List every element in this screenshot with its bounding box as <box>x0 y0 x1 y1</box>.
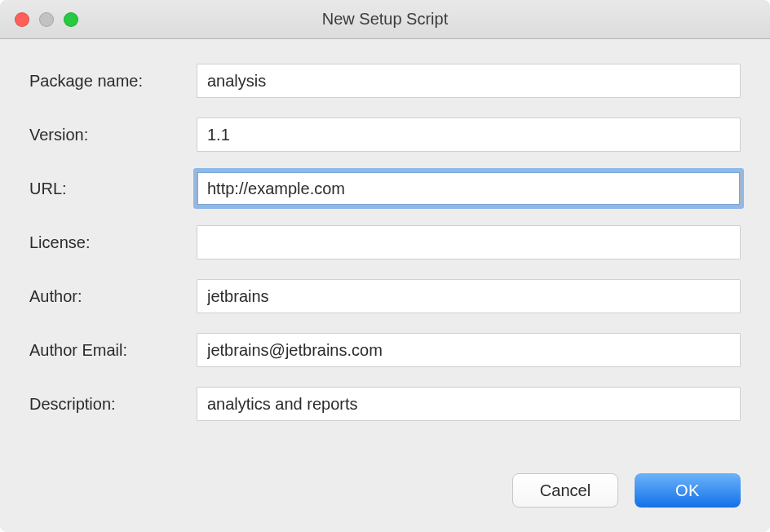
author-email-input[interactable] <box>197 333 741 367</box>
author-label: Author: <box>29 287 197 306</box>
package-name-label: Package name: <box>29 72 197 91</box>
version-input[interactable] <box>197 117 741 152</box>
ok-button[interactable]: OK <box>635 473 741 508</box>
author-input[interactable] <box>197 279 741 313</box>
description-label: Description: <box>29 395 197 414</box>
cancel-button[interactable]: Cancel <box>512 473 618 508</box>
license-label: License: <box>29 233 197 252</box>
titlebar[interactable]: New Setup Script <box>0 0 770 39</box>
traffic-lights <box>15 12 78 27</box>
version-label: Version: <box>29 126 197 144</box>
description-input[interactable] <box>197 387 741 421</box>
minimize-icon[interactable] <box>39 12 54 27</box>
form-grid: Package name: Version: URL: License: Aut… <box>29 64 741 421</box>
author-email-label: Author Email: <box>29 341 197 360</box>
license-input[interactable] <box>197 225 741 259</box>
dialog-window: New Setup Script Package name: Version: … <box>0 0 770 532</box>
button-row: Cancel OK <box>29 449 741 516</box>
close-icon[interactable] <box>15 12 29 27</box>
package-name-input[interactable] <box>197 64 741 98</box>
url-input[interactable] <box>197 171 741 206</box>
zoom-icon[interactable] <box>64 12 78 27</box>
window-title: New Setup Script <box>0 10 770 29</box>
url-label: URL: <box>29 180 197 198</box>
dialog-content: Package name: Version: URL: License: Aut… <box>0 39 770 532</box>
